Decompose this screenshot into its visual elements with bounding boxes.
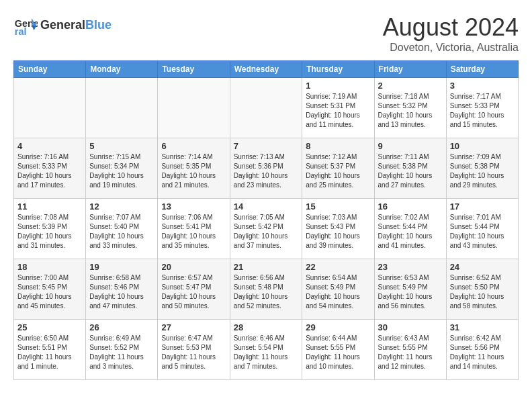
calendar-cell: 2Sunrise: 7:18 AM Sunset: 5:32 PM Daylig… xyxy=(374,78,446,138)
calendar-cell: 1Sunrise: 7:19 AM Sunset: 5:31 PM Daylig… xyxy=(302,78,374,138)
calendar-cell xyxy=(230,78,302,138)
day-info: Sunrise: 6:42 AM Sunset: 5:56 PM Dayligh… xyxy=(450,334,515,371)
day-number: 19 xyxy=(89,262,154,272)
calendar-week-row: 18Sunrise: 7:00 AM Sunset: 5:45 PM Dayli… xyxy=(14,259,519,320)
day-info: Sunrise: 7:16 AM Sunset: 5:33 PM Dayligh… xyxy=(17,152,82,190)
day-info: Sunrise: 6:46 AM Sunset: 5:54 PM Dayligh… xyxy=(234,334,299,371)
calendar-week-row: 4Sunrise: 7:16 AM Sunset: 5:33 PM Daylig… xyxy=(14,138,519,199)
calendar-cell: 8Sunrise: 7:12 AM Sunset: 5:37 PM Daylig… xyxy=(302,138,374,199)
day-info: Sunrise: 7:14 AM Sunset: 5:35 PM Dayligh… xyxy=(161,152,226,190)
day-number: 26 xyxy=(89,322,154,332)
day-info: Sunrise: 7:17 AM Sunset: 5:33 PM Dayligh… xyxy=(450,92,515,130)
day-info: Sunrise: 6:50 AM Sunset: 5:51 PM Dayligh… xyxy=(17,334,82,371)
day-number: 30 xyxy=(378,322,443,332)
day-info: Sunrise: 6:54 AM Sunset: 5:49 PM Dayligh… xyxy=(306,273,370,311)
day-number: 2 xyxy=(378,81,443,91)
day-number: 8 xyxy=(306,141,370,151)
day-number: 1 xyxy=(306,81,370,91)
day-info: Sunrise: 7:13 AM Sunset: 5:36 PM Dayligh… xyxy=(234,152,299,190)
day-number: 6 xyxy=(161,141,226,151)
calendar-cell xyxy=(14,78,86,138)
calendar-cell: 25Sunrise: 6:50 AM Sunset: 5:51 PM Dayli… xyxy=(14,320,86,380)
calendar-cell: 12Sunrise: 7:07 AM Sunset: 5:40 PM Dayli… xyxy=(86,199,158,259)
page-header: Gene ral GeneralBlue August 2024 Doveton… xyxy=(13,13,519,54)
day-info: Sunrise: 6:47 AM Sunset: 5:53 PM Dayligh… xyxy=(161,334,226,371)
day-number: 28 xyxy=(234,322,299,332)
day-info: Sunrise: 6:52 AM Sunset: 5:50 PM Dayligh… xyxy=(450,273,515,311)
day-info: Sunrise: 7:12 AM Sunset: 5:37 PM Dayligh… xyxy=(306,152,370,190)
calendar-cell: 29Sunrise: 6:44 AM Sunset: 5:55 PM Dayli… xyxy=(302,320,374,380)
calendar-cell: 23Sunrise: 6:53 AM Sunset: 5:49 PM Dayli… xyxy=(374,259,446,320)
day-info: Sunrise: 6:57 AM Sunset: 5:47 PM Dayligh… xyxy=(161,273,226,311)
day-info: Sunrise: 7:08 AM Sunset: 5:39 PM Dayligh… xyxy=(17,213,82,250)
day-number: 25 xyxy=(17,322,82,332)
calendar-cell: 16Sunrise: 7:02 AM Sunset: 5:44 PM Dayli… xyxy=(374,199,446,259)
day-info: Sunrise: 6:58 AM Sunset: 5:46 PM Dayligh… xyxy=(89,273,154,311)
day-info: Sunrise: 7:18 AM Sunset: 5:32 PM Dayligh… xyxy=(378,92,443,130)
calendar-cell: 18Sunrise: 7:00 AM Sunset: 5:45 PM Dayli… xyxy=(14,259,86,320)
weekday-header: Monday xyxy=(86,61,158,78)
logo-icon: Gene ral xyxy=(13,13,38,38)
day-number: 18 xyxy=(17,262,82,272)
calendar-cell: 13Sunrise: 7:06 AM Sunset: 5:41 PM Dayli… xyxy=(158,199,230,259)
calendar-cell: 24Sunrise: 6:52 AM Sunset: 5:50 PM Dayli… xyxy=(446,259,518,320)
calendar-cell: 5Sunrise: 7:15 AM Sunset: 5:34 PM Daylig… xyxy=(86,138,158,199)
day-number: 31 xyxy=(450,322,515,332)
weekday-header: Saturday xyxy=(446,61,518,78)
logo: Gene ral GeneralBlue xyxy=(13,13,112,38)
calendar-cell: 10Sunrise: 7:09 AM Sunset: 5:38 PM Dayli… xyxy=(446,138,518,199)
month-title: August 2024 xyxy=(383,13,519,42)
day-number: 11 xyxy=(17,201,82,212)
day-number: 10 xyxy=(450,141,515,151)
day-number: 17 xyxy=(450,201,515,212)
calendar-cell: 26Sunrise: 6:49 AM Sunset: 5:52 PM Dayli… xyxy=(86,320,158,380)
weekday-header: Wednesday xyxy=(230,61,302,78)
calendar-cell: 22Sunrise: 6:54 AM Sunset: 5:49 PM Dayli… xyxy=(302,259,374,320)
day-info: Sunrise: 6:49 AM Sunset: 5:52 PM Dayligh… xyxy=(89,334,154,371)
location-subtitle: Doveton, Victoria, Australia xyxy=(383,42,519,54)
calendar-cell: 27Sunrise: 6:47 AM Sunset: 5:53 PM Dayli… xyxy=(158,320,230,380)
calendar-cell: 15Sunrise: 7:03 AM Sunset: 5:43 PM Dayli… xyxy=(302,199,374,259)
day-number: 4 xyxy=(17,141,82,151)
day-number: 5 xyxy=(89,141,154,151)
day-info: Sunrise: 7:15 AM Sunset: 5:34 PM Dayligh… xyxy=(89,152,154,190)
calendar-cell: 6Sunrise: 7:14 AM Sunset: 5:35 PM Daylig… xyxy=(158,138,230,199)
day-info: Sunrise: 7:00 AM Sunset: 5:45 PM Dayligh… xyxy=(17,273,82,311)
day-info: Sunrise: 7:09 AM Sunset: 5:38 PM Dayligh… xyxy=(450,152,515,190)
calendar-cell: 14Sunrise: 7:05 AM Sunset: 5:42 PM Dayli… xyxy=(230,199,302,259)
svg-text:ral: ral xyxy=(15,26,27,37)
day-info: Sunrise: 7:07 AM Sunset: 5:40 PM Dayligh… xyxy=(89,213,154,250)
calendar-cell: 30Sunrise: 6:43 AM Sunset: 5:55 PM Dayli… xyxy=(374,320,446,380)
calendar-cell xyxy=(86,78,158,138)
calendar-cell xyxy=(158,78,230,138)
weekday-header: Tuesday xyxy=(158,61,230,78)
day-info: Sunrise: 7:03 AM Sunset: 5:43 PM Dayligh… xyxy=(306,213,370,250)
calendar-week-row: 1Sunrise: 7:19 AM Sunset: 5:31 PM Daylig… xyxy=(14,78,519,138)
day-info: Sunrise: 6:53 AM Sunset: 5:49 PM Dayligh… xyxy=(378,273,443,311)
calendar-week-row: 25Sunrise: 6:50 AM Sunset: 5:51 PM Dayli… xyxy=(14,320,519,380)
calendar-cell: 7Sunrise: 7:13 AM Sunset: 5:36 PM Daylig… xyxy=(230,138,302,199)
day-info: Sunrise: 7:05 AM Sunset: 5:42 PM Dayligh… xyxy=(234,213,299,250)
day-number: 16 xyxy=(378,201,443,212)
calendar-cell: 3Sunrise: 7:17 AM Sunset: 5:33 PM Daylig… xyxy=(446,78,518,138)
day-number: 9 xyxy=(378,141,443,151)
calendar-cell: 20Sunrise: 6:57 AM Sunset: 5:47 PM Dayli… xyxy=(158,259,230,320)
day-info: Sunrise: 7:06 AM Sunset: 5:41 PM Dayligh… xyxy=(161,213,226,250)
calendar-cell: 31Sunrise: 6:42 AM Sunset: 5:56 PM Dayli… xyxy=(446,320,518,380)
calendar-cell: 4Sunrise: 7:16 AM Sunset: 5:33 PM Daylig… xyxy=(14,138,86,199)
calendar-table: SundayMondayTuesdayWednesdayThursdayFrid… xyxy=(13,60,519,380)
day-info: Sunrise: 6:43 AM Sunset: 5:55 PM Dayligh… xyxy=(378,334,443,371)
day-info: Sunrise: 7:19 AM Sunset: 5:31 PM Dayligh… xyxy=(306,92,370,130)
logo-text-blue: Blue xyxy=(85,18,112,32)
day-info: Sunrise: 7:11 AM Sunset: 5:38 PM Dayligh… xyxy=(378,152,443,190)
day-number: 20 xyxy=(161,262,226,272)
day-info: Sunrise: 7:01 AM Sunset: 5:44 PM Dayligh… xyxy=(450,213,515,250)
weekday-header-row: SundayMondayTuesdayWednesdayThursdayFrid… xyxy=(14,61,519,78)
day-number: 14 xyxy=(234,201,299,212)
weekday-header: Thursday xyxy=(302,61,374,78)
day-info: Sunrise: 6:44 AM Sunset: 5:55 PM Dayligh… xyxy=(306,334,370,371)
day-number: 29 xyxy=(306,322,370,332)
calendar-cell: 21Sunrise: 6:56 AM Sunset: 5:48 PM Dayli… xyxy=(230,259,302,320)
weekday-header: Friday xyxy=(374,61,446,78)
day-info: Sunrise: 7:02 AM Sunset: 5:44 PM Dayligh… xyxy=(378,213,443,250)
